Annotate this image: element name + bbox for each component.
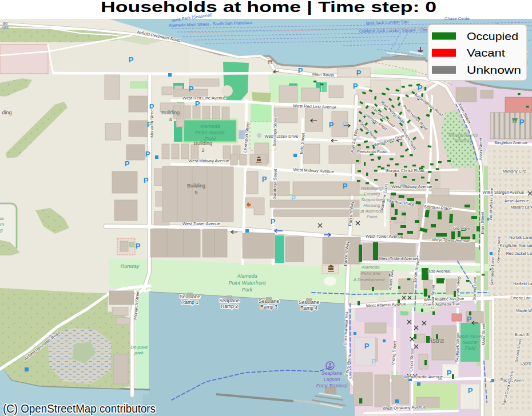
svg-text:P: P (371, 358, 376, 366)
svg-text:Park: Park (242, 287, 253, 293)
svg-text:Alameda: Alameda (236, 273, 257, 279)
svg-text:park: park (134, 350, 144, 355)
svg-text:West Midway Avenue: West Midway Avenue (391, 184, 432, 189)
svg-text:P: P (364, 342, 370, 350)
svg-text:Mallard Lane: Mallard Lane (511, 205, 532, 209)
svg-text:Emeric Lan: Emeric Lan (510, 296, 531, 300)
svg-text:West Tower Avenue: West Tower Avenue (182, 221, 220, 226)
svg-text:Nursery: Nursery (455, 138, 473, 143)
svg-text:Mulvany Circ: Mulvany Circ (503, 169, 526, 174)
svg-text:Main Street: Main Street (480, 211, 485, 234)
svg-text:A Development: A Development (353, 277, 385, 282)
svg-text:Ramp 3: Ramp 3 (260, 304, 277, 310)
svg-text:P: P (125, 159, 130, 168)
svg-text:Building: Building (161, 110, 180, 115)
svg-text:Glenview: Glenview (453, 226, 471, 231)
svg-text:West Trident Avenue: West Trident Avenue (379, 256, 419, 261)
svg-text:Housing: Housing (363, 203, 380, 208)
svg-text:P: P (136, 242, 141, 250)
svg-text:West Essex Drive: West Essex Drive (264, 134, 298, 139)
svg-text:Point Soccer: Point Soccer (195, 130, 225, 135)
svg-text:ado Avenue: ado Avenue (428, 269, 451, 274)
svg-text:Ploughshares: Ploughshares (448, 132, 479, 138)
svg-text:Bre: Bre (2, 25, 9, 29)
svg-text:Chase Cente: Chase Cente (444, 16, 470, 21)
svg-text:P: P (144, 176, 149, 185)
svg-text:Seaplane: Seaplane (321, 370, 342, 376)
svg-text:P: P (291, 194, 296, 202)
svg-text:P: P (353, 82, 358, 90)
svg-text:Point Site: Point Site (361, 271, 381, 276)
svg-text:g: g (0, 227, 3, 233)
svg-text:ding: ding (2, 110, 11, 115)
svg-text:Ramp 2: Ramp 2 (221, 303, 238, 309)
svg-text:at Alameda: at Alameda (360, 209, 384, 214)
svg-text:Households at home | Time step: Households at home | Time step: 0 (101, 0, 436, 15)
svg-text:5: 5 (194, 190, 197, 195)
svg-text:P: P (195, 99, 200, 108)
svg-text:P: P (271, 217, 276, 226)
svg-text:ia: ia (0, 216, 4, 221)
svg-text:Norfolk Lane: Norfolk Lane (509, 235, 532, 239)
svg-text:Alameda: Alameda (199, 123, 220, 129)
svg-text:P: P (145, 150, 150, 158)
svg-text:Saratoga Street: Saratoga Street (272, 169, 278, 199)
svg-text:Main Street: Main Street (458, 334, 483, 339)
svg-text:Runway: Runway (121, 263, 140, 269)
svg-text:P: P (467, 315, 472, 323)
svg-text:4: 4 (169, 117, 172, 122)
svg-text:Kingfisher Avenue: Kingfisher Avenue (500, 243, 532, 248)
svg-text:De-pave: De-pave (130, 345, 148, 350)
svg-text:P: P (519, 118, 525, 126)
svg-text:Building: Building (187, 183, 205, 189)
svg-text:P: P (356, 69, 362, 77)
svg-text:P: P (342, 121, 347, 129)
svg-text:Hatfield La: Hatfield La (513, 282, 532, 286)
svg-text:Alameda: Alameda (361, 265, 380, 270)
svg-text:Saratoga Street: Saratoga Street (272, 116, 278, 147)
svg-text:Singleton Avenue: Singleton Avenue (494, 140, 527, 145)
svg-text:Ansel Avenue: Ansel Avenue (505, 199, 529, 203)
svg-text:Occupied: Occupied (467, 30, 518, 42)
svg-text:(C) OpenStreetMap contributors: (C) OpenStreetMap contributors (3, 402, 156, 415)
svg-text:Field: Field (465, 345, 476, 351)
svg-text:Main Street: Main Street (312, 71, 335, 77)
svg-text:rn: rn (0, 222, 5, 227)
svg-text:Brush S: Brush S (515, 333, 529, 337)
svg-text:Corpus Christi Road: Corpus Christi Road (386, 168, 424, 173)
svg-text:Main Street: Main Street (478, 137, 483, 159)
svg-text:Monarch Street: Monarch Street (149, 107, 154, 137)
svg-text:Vacant: Vacant (467, 47, 505, 59)
svg-text:Astra: Astra (427, 337, 444, 345)
svg-text:West Pacific Avenue: West Pacific Avenue (404, 374, 443, 379)
svg-text:2: 2 (201, 147, 204, 153)
svg-text:Pensacola Road: Pensacola Road (357, 150, 386, 154)
svg-text:Soccer: Soccer (463, 339, 479, 345)
svg-text:West Red Line Avenue: West Red Line Avenue (182, 95, 226, 101)
svg-text:P: P (262, 175, 267, 183)
svg-text:P: P (298, 66, 303, 75)
svg-text:Supportive: Supportive (361, 197, 383, 202)
svg-text:Ramp 4: Ramp 4 (300, 305, 317, 311)
svg-text:P: P (129, 55, 134, 64)
svg-text:Red Jacket Lane: Red Jacket Lane (506, 251, 532, 255)
svg-text:Point Waterfront: Point Waterfront (229, 280, 266, 286)
svg-text:Cypre: Cypre (521, 361, 531, 366)
svg-text:P: P (329, 121, 334, 129)
svg-text:P: P (189, 85, 194, 93)
svg-text:Rebuilding: Rebuilding (361, 186, 383, 191)
svg-text:Lagoon: Lagoon (324, 377, 340, 382)
svg-text:Point: Point (367, 214, 378, 219)
svg-text:P: P (447, 369, 452, 377)
svg-text:Maple W: Maple W (516, 309, 532, 313)
svg-text:Ramp 1: Ramp 1 (181, 299, 198, 305)
svg-text:Field: Field (204, 136, 216, 142)
svg-text:Ferry Terminal: Ferry Terminal (316, 383, 348, 389)
svg-text:West Tower Avenue: West Tower Avenue (366, 234, 403, 239)
svg-text:Unknown: Unknown (467, 64, 521, 76)
svg-text:P: P (418, 83, 423, 92)
svg-text:P: P (343, 182, 348, 190)
svg-text:West Midway Avenue: West Midway Avenue (188, 158, 229, 163)
svg-text:P: P (468, 386, 473, 395)
svg-text:Existing: Existing (364, 191, 380, 197)
